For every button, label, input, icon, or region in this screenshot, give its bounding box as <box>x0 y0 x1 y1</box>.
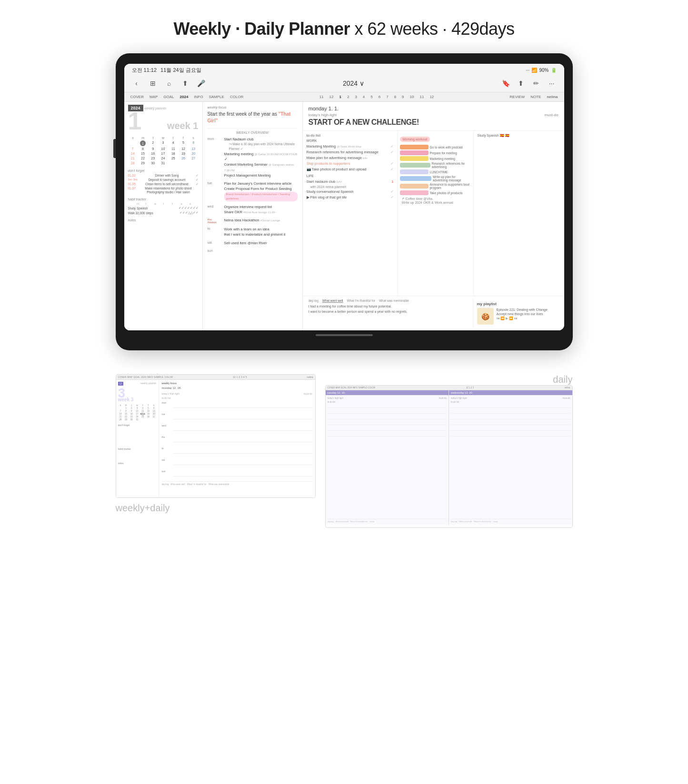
wifi-icon: 📶 <box>531 68 537 73</box>
tab-what-went-well[interactable]: What went well <box>322 299 343 303</box>
day-row-tuesday: tue Plan for January's Content interview… <box>208 181 298 201</box>
habit-item-spanish: Study Spanish ✓✓✓✓✓✓✓ <box>128 206 199 210</box>
tab-color[interactable]: COLOR <box>228 94 246 100</box>
page-title: Weekly · Daily Planner x 62 weeks · 429d… <box>173 19 514 39</box>
edit-icon[interactable]: ✏ <box>531 79 541 88</box>
bottom-section: COVER MAP GOAL 2024 INFO SAMPLE COLOR 12… <box>116 374 573 528</box>
sched-bar-5: LUNCHTIME <box>400 169 471 174</box>
preview-weekly-focus: weekly focus <box>162 382 312 385</box>
tab-8[interactable]: 8 <box>392 94 399 100</box>
mic-icon[interactable]: 🎤 <box>197 79 206 88</box>
work-label: WORK <box>307 139 394 142</box>
tab-2024[interactable]: 2024 <box>178 94 191 100</box>
tab-7[interactable]: 7 <box>384 94 390 100</box>
preview-habit-space <box>118 450 157 460</box>
planner-main: 2024 weekly planner 1 week 1 s m t w t <box>124 102 564 330</box>
preview-right-panel: weekly focus monday 12. 18. today's high… <box>159 380 315 497</box>
day-log-tabs: day-log What went well What I'm thankful… <box>309 299 467 303</box>
tab-12[interactable]: 12 <box>327 94 336 100</box>
week-label: week 1 <box>167 120 199 131</box>
preview-year: 12 <box>118 382 124 386</box>
preview-body: 12 weekly planner 3 week 3 smtwtfs 12345… <box>116 380 315 497</box>
life-section: LIFE Start nadaum club DAY 1 with 2024 n… <box>307 174 394 199</box>
tab-9[interactable]: 9 <box>399 94 406 100</box>
preview-left-header: 12 weekly planner <box>118 382 157 386</box>
day-row-wednesday: wed Organize interview request list Shar… <box>208 204 298 215</box>
todo-label: to-do list <box>307 134 394 137</box>
nav-left: ‹ ⊞ ⌕ ⬆ 🎤 <box>132 79 206 88</box>
nav-bar: ‹ ⊞ ⌕ ⬆ 🎤 2024 ∨ 🔖 ⬆ ✏ ··· <box>124 77 564 92</box>
bookmark-icon[interactable]: 🔖 <box>501 79 510 88</box>
sched-bar-4: Research references for advertising <box>400 162 471 169</box>
tab-note[interactable]: NOTE <box>528 94 543 100</box>
sched-bar-7: Announce to supporters bout program <box>400 183 471 189</box>
tab-11b[interactable]: 11 <box>417 94 426 100</box>
playlist-thumbnail: 🍪 <box>477 308 494 325</box>
tab-4[interactable]: 4 <box>360 94 367 100</box>
tab-review[interactable]: REVIEW <box>508 94 528 100</box>
tab-thankful[interactable]: What I'm thankful for <box>347 299 375 303</box>
cal-grid: 1 2 3 4 5 6 7 8 9 10 11 12 13 14 <box>128 140 199 165</box>
tab-nelina[interactable]: nelina <box>544 94 560 100</box>
daily-preview-cards: COVER MAP GOAL 2024 INFO SAMPLE COLOR 12… <box>325 385 573 528</box>
tab-cover[interactable]: COVER <box>128 94 146 100</box>
battery-status: 90% <box>539 68 548 73</box>
habit-item-steps: Walk 10,000 steps ✓✓✓△△✓✓ <box>128 211 199 215</box>
sched-bar-1: Go to work with podcast <box>400 145 471 149</box>
cal-thu: t <box>168 136 178 139</box>
tab-map[interactable]: MAP <box>147 94 160 100</box>
tab-sample[interactable]: SAMPLE <box>206 94 226 100</box>
study-spanish-note: Study Spanish 🇪🇸 🇪🇸 <box>478 134 560 138</box>
tab-12b[interactable]: 12 <box>427 94 436 100</box>
daily-label: daily <box>553 374 572 385</box>
day-row-thursday: thu/hiatus Nelna Idea Hackathon #Social … <box>208 218 298 224</box>
nav-year[interactable]: 2024 ∨ <box>343 79 364 87</box>
notes-title: notes <box>128 218 199 222</box>
tab-11[interactable]: 11 <box>317 94 326 100</box>
daily-tue-todo: to-do list <box>328 401 447 403</box>
tab-5[interactable]: 5 <box>368 94 375 100</box>
share-icon[interactable]: ⬆ <box>180 79 190 88</box>
daily-tue-lines <box>328 404 447 519</box>
daily-half-wed-header: wednesday 12. 20. <box>449 390 572 395</box>
tab-goal[interactable]: GOAL <box>161 94 176 100</box>
tab-memorable[interactable]: What was memorable <box>379 299 409 303</box>
right-panel-daily: monday 1. 1. today's high-light must-do … <box>303 102 564 330</box>
schedule-column: Morning workout Go to work with podcast … <box>398 131 474 296</box>
more-icon[interactable]: ··· <box>547 79 556 88</box>
upload-icon[interactable]: ⬆ <box>516 79 526 88</box>
search-icon[interactable]: ⌕ <box>164 79 174 88</box>
cal-tue: t <box>148 136 158 139</box>
sched-bar-6: Write up plan for advertising message <box>400 175 471 182</box>
tab-3[interactable]: 3 <box>352 94 359 100</box>
tab-10[interactable]: 10 <box>408 94 417 100</box>
life-item-3: ▶ Film vlog of that girl life ✓ <box>307 195 394 199</box>
df-item-2: 1st~3rd Deposit to savings account ✓ <box>128 178 199 182</box>
status-left: 오전 11:12 11월 24일 금요일 <box>132 67 201 74</box>
tablet-device: 오전 11:12 11월 24일 금요일 ··· 📶 90% 🔋 ‹ ⊞ ⌕ ⬆… <box>116 53 573 350</box>
left-panel-calendar: 2024 weekly planner 1 week 1 s m t w t <box>124 102 203 330</box>
daily-wed-footer: day-log What went well What I'm thankful… <box>451 519 570 523</box>
day-log-section: day-log What went well What I'm thankful… <box>303 296 564 330</box>
df-item-1: 01.02 Dinner with Song ✓ <box>128 174 199 178</box>
weekly-planner-label: weekly planner <box>144 107 167 110</box>
grid-icon[interactable]: ⊞ <box>148 79 158 88</box>
df-item-5: Photography studio / Hair salon <box>128 190 199 194</box>
playlist-row: 🍪 Episode 221: Dealing with Change Accep… <box>477 308 555 325</box>
preview-wed: wed <box>162 424 312 431</box>
day-log-label: day-log <box>309 299 319 303</box>
sched-bar-3: Marketing meeting <box>400 156 471 161</box>
tab-6[interactable]: 6 <box>376 94 383 100</box>
weekly-daily-preview: COVER MAP GOAL 2024 INFO SAMPLE COLOR 12… <box>116 374 316 514</box>
playlist-title: my playlist <box>477 302 555 306</box>
daily-half-tue: tuesday 12. 19. today's high-light must-… <box>326 390 449 525</box>
habit-tracker-section: habit tracker mtwtfss Study Spanish ✓✓✓✓… <box>128 198 199 215</box>
daily-card-body: tuesday 12. 19. today's high-light must-… <box>326 390 572 525</box>
weekly-daily-label: weekly+daily <box>116 503 316 514</box>
tab-2[interactable]: 2 <box>345 94 351 100</box>
tab-info[interactable]: INFO <box>191 94 205 100</box>
daily-wed-lines <box>451 404 570 519</box>
back-icon[interactable]: ‹ <box>132 79 141 88</box>
tab-1[interactable]: 1 <box>337 94 343 100</box>
daily-highlight-row: today's high-light must-do <box>309 113 558 117</box>
